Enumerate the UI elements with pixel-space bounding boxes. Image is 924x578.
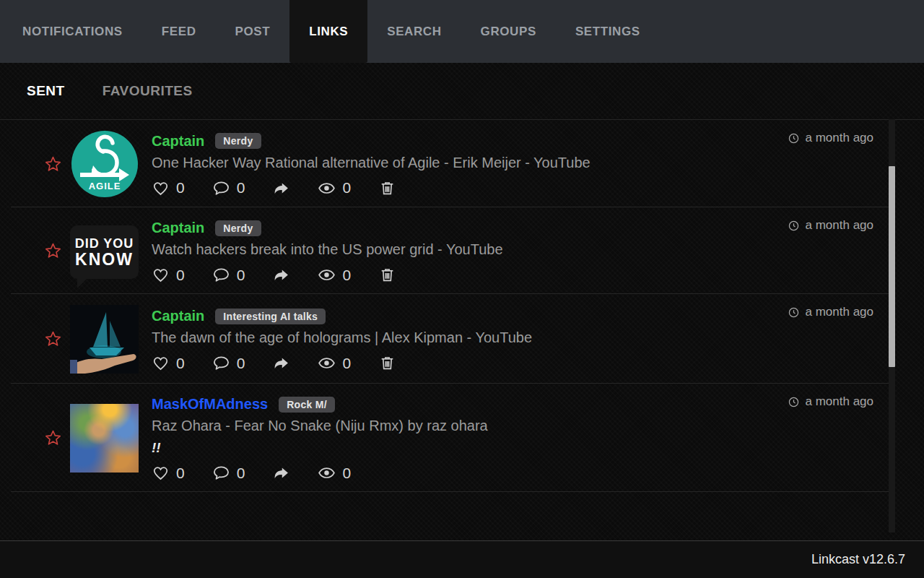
clock-icon — [788, 396, 800, 408]
post-item: MaskOfMAdness Rock M/ Raz Ohara - Fear N… — [11, 384, 895, 492]
tab-notifications[interactable]: NOTIFICATIONS — [3, 0, 142, 63]
share-icon — [272, 179, 290, 197]
views-indicator[interactable]: 0 — [318, 464, 351, 482]
trash-icon — [378, 179, 396, 197]
eye-icon — [318, 266, 336, 284]
post-title[interactable]: One Hacker Way Rational alternative of A… — [152, 155, 895, 171]
page-body: SENT FAVOURITES AGILE — [0, 63, 924, 578]
post-item: Captain Interesting AI talks The dawn of… — [11, 294, 895, 384]
comment-count: 0 — [237, 267, 245, 284]
svg-text:AGILE: AGILE — [88, 181, 121, 191]
post-note: !! — [152, 440, 895, 456]
comment-icon — [212, 464, 230, 482]
share-button[interactable] — [272, 266, 290, 284]
views-count: 0 — [342, 267, 351, 284]
tab-feed[interactable]: FEED — [142, 0, 216, 63]
comment-icon — [212, 179, 230, 197]
views-indicator[interactable]: 0 — [318, 354, 351, 372]
like-button[interactable]: 0 — [152, 179, 185, 197]
subtab-favourites[interactable]: FAVOURITES — [103, 83, 193, 99]
share-icon — [272, 354, 290, 372]
post-tag-badge[interactable]: Interesting AI talks — [215, 309, 326, 324]
footer-bar: Linkcast v12.6.7 — [0, 540, 924, 578]
post-tag-badge[interactable]: Nerdy — [215, 220, 261, 236]
heart-icon — [152, 354, 170, 372]
post-tag-badge[interactable]: Rock M/ — [279, 397, 335, 413]
eye-icon — [318, 464, 336, 482]
post-title[interactable]: The dawn of the age of holograms | Alex … — [152, 329, 895, 346]
share-icon — [272, 266, 290, 284]
favourite-star-icon[interactable] — [43, 241, 63, 261]
post-username[interactable]: Captain — [152, 133, 204, 150]
like-count: 0 — [176, 179, 185, 197]
comment-count: 0 — [237, 465, 245, 482]
scrollbar-track[interactable] — [889, 119, 895, 532]
clock-icon — [788, 220, 800, 232]
post-username[interactable]: Captain — [152, 220, 204, 236]
post-username[interactable]: Captain — [152, 308, 204, 324]
comment-button[interactable]: 0 — [212, 354, 245, 372]
post-title[interactable]: Raz Ohara - Fear No Snake (Niju Rmx) by … — [152, 418, 895, 434]
tab-groups[interactable]: GROUPS — [461, 0, 556, 63]
delete-button[interactable] — [378, 354, 396, 372]
like-count: 0 — [176, 355, 185, 372]
clock-icon — [788, 306, 800, 319]
favourite-star-icon[interactable] — [43, 428, 63, 448]
like-button[interactable]: 0 — [152, 354, 185, 372]
post-title[interactable]: Watch hackers break into the US power gr… — [152, 241, 895, 258]
heart-icon — [152, 464, 170, 482]
clock-icon — [788, 132, 800, 144]
comment-button[interactable]: 0 — [212, 179, 245, 197]
eye-icon — [318, 354, 336, 372]
trash-icon — [378, 266, 396, 284]
views-indicator[interactable]: 0 — [318, 179, 351, 197]
like-count: 0 — [176, 465, 185, 482]
share-icon — [272, 464, 290, 482]
eye-icon — [318, 179, 336, 197]
sent-links-list: AGILE Captain Nerdy One Hacker Way Ratio… — [0, 119, 924, 492]
comment-button[interactable]: 0 — [212, 266, 245, 284]
delete-button[interactable] — [378, 266, 396, 284]
like-count: 0 — [176, 267, 185, 284]
thumbnail-text: KNOW — [75, 251, 134, 268]
heart-icon — [152, 266, 170, 284]
views-indicator[interactable]: 0 — [318, 266, 351, 284]
thumbnail-text: DID YOU — [75, 236, 134, 251]
share-button[interactable] — [272, 179, 290, 197]
comment-icon — [212, 266, 230, 284]
post-timestamp: a month ago — [788, 394, 873, 409]
tab-settings[interactable]: SETTINGS — [556, 0, 660, 63]
post-thumbnail-did-you-know[interactable]: DID YOU KNOW — [70, 225, 139, 279]
post-timestamp: a month ago — [788, 218, 873, 233]
post-timestamp: a month ago — [788, 131, 873, 145]
post-item: AGILE Captain Nerdy One Hacker Way Ratio… — [11, 120, 895, 207]
post-tag-badge[interactable]: Nerdy — [215, 133, 261, 149]
like-button[interactable]: 0 — [152, 266, 185, 284]
tab-links[interactable]: LINKS — [289, 0, 367, 63]
views-count: 0 — [342, 179, 351, 197]
comment-count: 0 — [237, 179, 245, 197]
subtab-sent[interactable]: SENT — [27, 83, 65, 99]
share-button[interactable] — [272, 354, 290, 372]
tab-search[interactable]: SEARCH — [367, 0, 461, 63]
comment-icon — [212, 354, 230, 372]
post-username[interactable]: MaskOfMAdness — [152, 396, 268, 413]
heart-icon — [152, 179, 170, 197]
views-count: 0 — [342, 355, 351, 372]
comment-button[interactable]: 0 — [212, 464, 245, 482]
links-subnav: SENT FAVOURITES — [0, 63, 924, 119]
share-button[interactable] — [272, 464, 290, 482]
scrollbar-thumb[interactable] — [889, 166, 895, 367]
post-thumbnail-hologram[interactable] — [70, 305, 139, 374]
comment-count: 0 — [237, 355, 245, 372]
post-timestamp: a month ago — [788, 305, 873, 319]
favourite-star-icon[interactable] — [43, 155, 63, 174]
like-button[interactable]: 0 — [152, 464, 185, 482]
favourite-star-icon[interactable] — [43, 329, 63, 349]
app-version-label: Linkcast v12.6.7 — [811, 552, 905, 567]
post-thumbnail-fantasy-art[interactable] — [70, 404, 139, 473]
views-count: 0 — [342, 465, 351, 482]
delete-button[interactable] — [378, 179, 396, 197]
tab-post[interactable]: POST — [216, 0, 290, 63]
post-thumbnail-agile-logo[interactable]: AGILE — [71, 131, 138, 197]
